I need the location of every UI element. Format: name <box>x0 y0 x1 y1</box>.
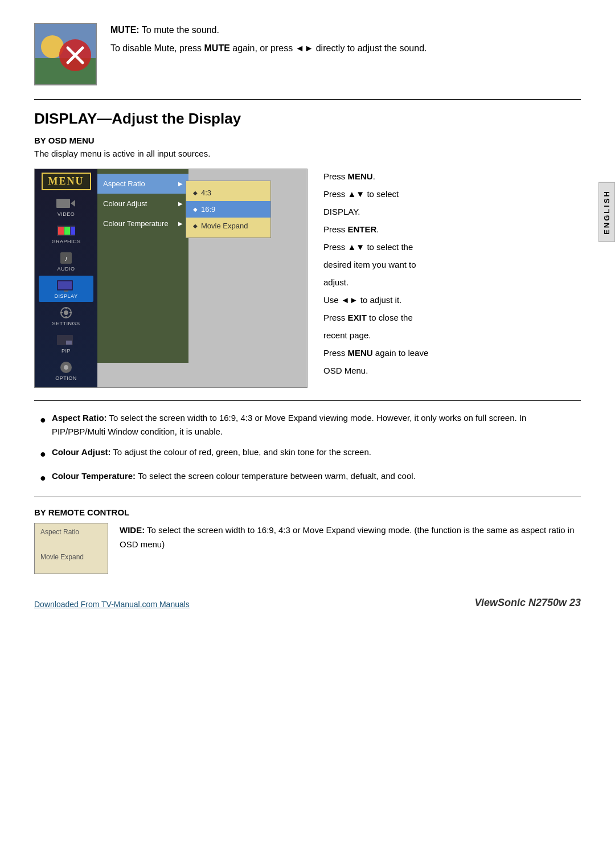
by-osd-menu-heading: BY OSD MENU <box>34 136 581 145</box>
option-4-3-bullet: ◆ <box>193 190 198 196</box>
svg-text:♪: ♪ <box>64 255 68 263</box>
osd-desc: The display menu is active in all input … <box>34 149 581 158</box>
svg-point-26 <box>64 365 68 370</box>
bullet-text-aspect: Aspect Ratio: To select the screen width… <box>52 411 581 439</box>
divider-remote <box>34 497 581 497</box>
submenu-item-colour-temp[interactable]: Colour Temperature ▶ <box>97 214 188 234</box>
footer: Downloaded From TV-Manual.com Manuals Vi… <box>34 597 581 609</box>
instr-recent: recent page. <box>323 327 581 343</box>
remote-spacer <box>40 541 102 548</box>
settings-label: SETTINGS <box>52 321 80 326</box>
option-16-9-bullet: ◆ <box>193 206 198 212</box>
option-4-3[interactable]: ◆ 4:3 <box>186 185 270 201</box>
wide-bold: WIDE: <box>120 525 145 535</box>
video-label: VIDEO <box>58 211 75 217</box>
section-title: DISPLAY—Adjust the Display <box>34 110 581 128</box>
colour-adjust-label: Colour Adjust <box>103 199 147 208</box>
mute-section: MUTE: To mute the sound. To disable Mute… <box>34 23 581 85</box>
instr-press-menu: Press MENU. <box>323 169 581 184</box>
divider-mid <box>34 400 581 401</box>
video-icon <box>56 196 76 210</box>
colour-temp-label: Colour Temperature <box>103 219 169 228</box>
remote-button-img: Aspect Ratio Movie Expand <box>34 523 108 574</box>
instr-osd: OSD Menu. <box>323 363 581 378</box>
divider-top <box>34 99 581 100</box>
svg-rect-6 <box>56 199 70 208</box>
sidebar-item-display[interactable]: DISPLAY <box>39 276 93 302</box>
svg-rect-16 <box>64 290 68 292</box>
remote-movie-expand-text: Movie Expand <box>40 553 102 561</box>
sidebar-item-graphics[interactable]: GRAPHICS <box>39 221 93 247</box>
footer-link[interactable]: Downloaded From TV-Manual.com Manuals <box>34 600 190 609</box>
bullet-item-colour-temp: ● Colour Temperature: To select the scre… <box>40 469 581 486</box>
options-panel: ◆ 4:3 ◆ 16:9 ◆ Movie Expand <box>186 181 271 238</box>
pip-label: PIP <box>62 348 71 354</box>
option-16-9[interactable]: ◆ 16:9 <box>186 201 270 218</box>
option-movie-expand-bullet: ◆ <box>193 223 198 229</box>
bullet-item-colour-adjust: ● Colour Adjust: To adjust the colour of… <box>40 445 581 462</box>
submenu-item-aspect-ratio[interactable]: Aspect Ratio ▶ <box>97 174 188 194</box>
settings-icon <box>56 306 76 320</box>
svg-rect-9 <box>58 227 64 235</box>
pip-icon <box>56 333 76 347</box>
footer-brand: ViewSonic N2750w 23 <box>475 597 581 609</box>
sidebar-item-option[interactable]: OPTION <box>39 358 93 384</box>
mute-line2-pre: To disable Mute, press <box>110 43 204 53</box>
wide-text: To select the screen width to 16:9, 4:3 … <box>120 525 574 550</box>
menu-nav: MENU VIDEO GRAPHICS <box>35 169 97 387</box>
instr-enter: Press ENTER. <box>323 222 581 237</box>
option-4-3-label: 4:3 <box>201 189 211 197</box>
display-label: DISPLAY <box>55 293 78 299</box>
instr-exit: Press EXIT to close the <box>323 310 581 325</box>
sidebar-item-audio[interactable]: ♪ AUDIO <box>39 248 93 275</box>
svg-point-18 <box>64 310 68 315</box>
submenu-panel: Aspect Ratio ▶ Colour Adjust ▶ Colour Te… <box>97 169 188 363</box>
bullet-text-colour-temp: Colour Temperature: To select the screen… <box>52 469 416 483</box>
menu-logo: MENU <box>42 173 91 190</box>
remote-content: Aspect Ratio Movie Expand WIDE: To selec… <box>34 523 581 574</box>
mute-icon <box>35 24 97 85</box>
bullet-dot-2: ● <box>40 446 46 462</box>
option-label: OPTION <box>55 375 77 381</box>
sidebar-item-video[interactable]: VIDEO <box>39 194 93 220</box>
remote-description: WIDE: To select the screen width to 16:9… <box>120 523 581 552</box>
by-remote-heading: BY REMOTE CONTROL <box>34 507 581 517</box>
mute-heading: MUTE: <box>110 25 140 35</box>
instr-select-item: Press ▲▼ to select the <box>323 239 581 255</box>
display-icon <box>56 279 76 292</box>
remote-aspect-ratio-text: Aspect Ratio <box>40 528 102 536</box>
option-movie-expand-label: Movie Expand <box>201 222 248 230</box>
svg-marker-7 <box>71 200 75 207</box>
bullet-dot-1: ● <box>40 412 46 428</box>
sidebar-item-pip[interactable]: PIP <box>39 330 93 357</box>
bullet-item-aspect: ● Aspect Ratio: To select the screen wid… <box>40 411 581 439</box>
bullet-text-colour-adjust: Colour Adjust: To adjust the colour of r… <box>52 445 371 459</box>
colour-adjust-arrow: ▶ <box>178 200 183 207</box>
svg-rect-24 <box>66 341 72 345</box>
submenu-item-colour-adjust[interactable]: Colour Adjust ▶ <box>97 194 188 214</box>
instr-adjust: adjust. <box>323 275 581 290</box>
mute-line1: To mute the sound. <box>142 25 219 35</box>
instr-menu-leave: Press MENU again to leave <box>323 345 581 361</box>
option-movie-expand[interactable]: ◆ Movie Expand <box>186 218 270 234</box>
instr-desired: desired item you want to <box>323 257 581 272</box>
mute-line2-post: directly to adjust the sound. <box>313 43 427 53</box>
aspect-ratio-arrow: ▶ <box>178 181 183 187</box>
aspect-ratio-label: Aspect Ratio <box>103 179 145 188</box>
osd-area: MENU VIDEO GRAPHICS <box>34 169 581 388</box>
sidebar-item-settings[interactable]: SETTINGS <box>39 303 93 329</box>
remote-section: BY REMOTE CONTROL Aspect Ratio Movie Exp… <box>34 507 581 574</box>
svg-rect-10 <box>64 227 70 235</box>
audio-icon: ♪ <box>56 251 76 265</box>
svg-rect-11 <box>71 227 75 235</box>
audio-label: AUDIO <box>57 266 75 272</box>
bullet-list: ● Aspect Ratio: To select the screen wid… <box>40 411 581 486</box>
option-icon <box>56 361 76 374</box>
graphics-icon <box>56 224 76 238</box>
bullet-dot-3: ● <box>40 470 46 486</box>
english-side-tab: ENGLISH <box>598 182 615 242</box>
instr-display: DISPLAY. <box>323 204 581 219</box>
instructions-panel: Press MENU. Press ▲▼ to select DISPLAY. … <box>323 169 581 380</box>
mute-icon-box <box>34 23 97 85</box>
graphics-label: GRAPHICS <box>51 239 80 244</box>
